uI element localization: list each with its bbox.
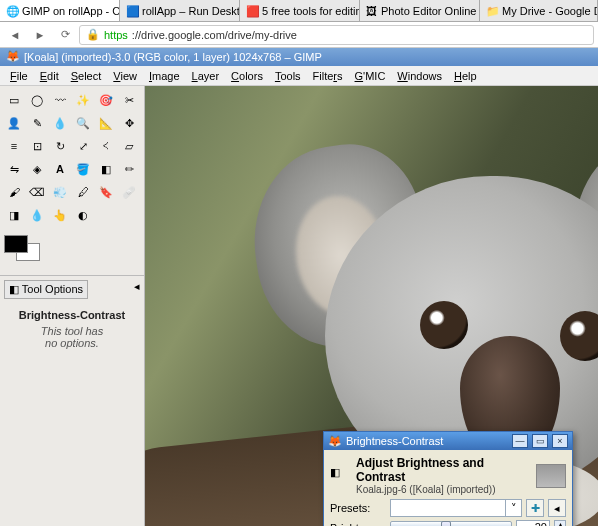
dialog-heading: Adjust Brightness and Contrast (356, 456, 530, 484)
menu-colors[interactable]: Colors (225, 68, 269, 84)
flip-icon[interactable]: ⇋ (4, 159, 24, 179)
heal-icon[interactable]: 🩹 (119, 182, 139, 202)
perspective-clone-icon[interactable]: ◨ (4, 205, 24, 225)
brightness-value[interactable]: -20 (516, 520, 550, 526)
favicon-icon: 🖼 (366, 5, 377, 17)
menu-help[interactable]: Help (448, 68, 483, 84)
toolbox: ▭ ◯ 〰 ✨ 🎯 ✂ 👤 ✎ 💧 🔍 📐 ✥ ≡ ⊡ ↻ ⤢ ⧼ ▱ ⇋ ◈ … (0, 86, 145, 526)
favicon-icon: 🌐 (6, 5, 18, 17)
url-scheme: https (104, 29, 128, 41)
browser-tab[interactable]: 📁My Drive - Google Drive× (480, 0, 598, 21)
picker-icon[interactable]: 💧 (50, 113, 70, 133)
presets-combo[interactable]: ˅ (390, 499, 522, 517)
reload-button[interactable]: ⟳ (54, 25, 76, 45)
tool-options-panel: Brightness-Contrast This tool hasno opti… (0, 303, 144, 355)
menu-tools[interactable]: Tools (269, 68, 307, 84)
url-text: ://drive.google.com/drive/my-drive (132, 29, 297, 41)
preset-menu-button[interactable]: ◂ (548, 499, 566, 517)
zoom-icon[interactable]: 🔍 (73, 113, 93, 133)
brightness-slider[interactable] (390, 521, 512, 526)
paths-icon[interactable]: ✎ (27, 113, 47, 133)
measure-icon[interactable]: 📐 (96, 113, 116, 133)
brightness-row: Brightness: -20 ▴▾ (330, 520, 566, 526)
back-button[interactable]: ◄ (4, 25, 26, 45)
menu-view[interactable]: View (107, 68, 143, 84)
menu-image[interactable]: Image (143, 68, 186, 84)
rect-select-icon[interactable]: ▭ (4, 90, 24, 110)
menu-select[interactable]: Select (65, 68, 108, 84)
menu-layer[interactable]: Layer (186, 68, 226, 84)
brightness-spinner[interactable]: ▴▾ (554, 520, 566, 526)
wand-icon[interactable]: ✨ (73, 90, 93, 110)
add-preset-button[interactable]: ✚ (526, 499, 544, 517)
adjust-icon: ◧ (330, 466, 350, 486)
eraser-icon[interactable]: ⌫ (27, 182, 47, 202)
close-button[interactable]: × (552, 434, 568, 448)
tool-options-msg: This tool hasno options. (6, 325, 138, 349)
browser-tab-bar: 🌐GIMP on rollApp - Chrom× 🟦rollApp – Run… (0, 0, 598, 22)
main-area: ▭ ◯ 〰 ✨ 🎯 ✂ 👤 ✎ 💧 🔍 📐 ✥ ≡ ⊡ ↻ ⤢ ⧼ ▱ ⇋ ◈ … (0, 86, 598, 526)
brush-icon[interactable]: 🖌 (4, 182, 24, 202)
browser-tab[interactable]: 🖼Photo Editor Online | Fot× (360, 0, 480, 21)
lasso-icon[interactable]: 〰 (50, 90, 70, 110)
blur-icon[interactable]: 💧 (27, 205, 47, 225)
blend-icon[interactable]: ◧ (96, 159, 116, 179)
favicon-icon: 📁 (486, 5, 498, 17)
tool-options-tab[interactable]: ◧ Tool Options (4, 280, 88, 299)
color-swatch[interactable] (4, 235, 44, 265)
perspective-icon[interactable]: ▱ (119, 136, 139, 156)
url-bar: ◄ ► ⟳ 🔒 https://drive.google.com/drive/m… (0, 22, 598, 48)
gimp-title-text: [Koala] (imported)-3.0 (RGB color, 1 lay… (24, 51, 322, 63)
align-icon[interactable]: ≡ (4, 136, 24, 156)
ellipse-select-icon[interactable]: ◯ (27, 90, 47, 110)
menu-edit[interactable]: Edit (34, 68, 65, 84)
crop-icon[interactable]: ⊡ (27, 136, 47, 156)
address-input[interactable]: 🔒 https://drive.google.com/drive/my-driv… (79, 25, 594, 45)
dialog-subheading: Koala.jpg-6 ([Koala] (imported)) (356, 484, 530, 495)
dialog-titlebar[interactable]: 🦊 Brightness-Contrast — ▭ × (324, 432, 572, 450)
color-select-icon[interactable]: 🎯 (96, 90, 116, 110)
ink-icon[interactable]: 🖊 (73, 182, 93, 202)
tool-grid: ▭ ◯ 〰 ✨ 🎯 ✂ 👤 ✎ 💧 🔍 📐 ✥ ≡ ⊡ ↻ ⤢ ⧼ ▱ ⇋ ◈ … (4, 90, 140, 225)
minimize-button[interactable]: — (512, 434, 528, 448)
maximize-button[interactable]: ▭ (532, 434, 548, 448)
brightness-contrast-dialog: 🦊 Brightness-Contrast — ▭ × ◧ Adjust Bri… (323, 431, 573, 526)
tab-label: Photo Editor Online | Fot (381, 5, 480, 17)
dialog-header: ◧ Adjust Brightness and Contrast Koala.j… (330, 456, 566, 495)
menu-file[interactable]: File (4, 68, 34, 84)
text-icon[interactable]: A (50, 159, 70, 179)
dodge-icon[interactable]: ◐ (73, 205, 93, 225)
menu-filters[interactable]: Filters (307, 68, 349, 84)
browser-tab[interactable]: 🌐GIMP on rollApp - Chrom× (0, 0, 120, 21)
scale-icon[interactable]: ⤢ (73, 136, 93, 156)
browser-tab[interactable]: 🟥5 free tools for editing im× (240, 0, 360, 21)
canvas[interactable]: 🦊 Brightness-Contrast — ▭ × ◧ Adjust Bri… (145, 86, 598, 526)
bucket-icon[interactable]: 🪣 (73, 159, 93, 179)
presets-label: Presets: (330, 502, 386, 514)
tab-label: My Drive - Google Drive (502, 5, 598, 17)
clone-icon[interactable]: 🔖 (96, 182, 116, 202)
airbrush-icon[interactable]: 💨 (50, 182, 70, 202)
fg-color[interactable] (4, 235, 28, 253)
cage-icon[interactable]: ◈ (27, 159, 47, 179)
gimp-titlebar: 🦊 [Koala] (imported)-3.0 (RGB color, 1 l… (0, 48, 598, 66)
tab-menu-icon[interactable]: ◂ (130, 276, 144, 297)
scissors-icon[interactable]: ✂ (119, 90, 139, 110)
brightness-label: Brightness: (330, 522, 386, 526)
lock-icon: 🔒 (86, 28, 100, 41)
dialog-title-text: Brightness-Contrast (346, 435, 443, 447)
chevron-down-icon[interactable]: ˅ (505, 500, 521, 516)
tool-options-title: Brightness-Contrast (6, 309, 138, 321)
browser-tab[interactable]: 🟦rollApp – Run Desktop Ap× (120, 0, 240, 21)
foreground-icon[interactable]: 👤 (4, 113, 24, 133)
pencil-icon[interactable]: ✏ (119, 159, 139, 179)
menu-gmic[interactable]: G'MIC (349, 68, 392, 84)
forward-button[interactable]: ► (29, 25, 51, 45)
rotate-icon[interactable]: ↻ (50, 136, 70, 156)
dialog-icon: 🦊 (328, 435, 342, 448)
smudge-icon[interactable]: 👆 (50, 205, 70, 225)
move-icon[interactable]: ✥ (119, 113, 139, 133)
favicon-icon: 🟥 (246, 5, 258, 17)
menu-windows[interactable]: Windows (391, 68, 448, 84)
shear-icon[interactable]: ⧼ (96, 136, 116, 156)
